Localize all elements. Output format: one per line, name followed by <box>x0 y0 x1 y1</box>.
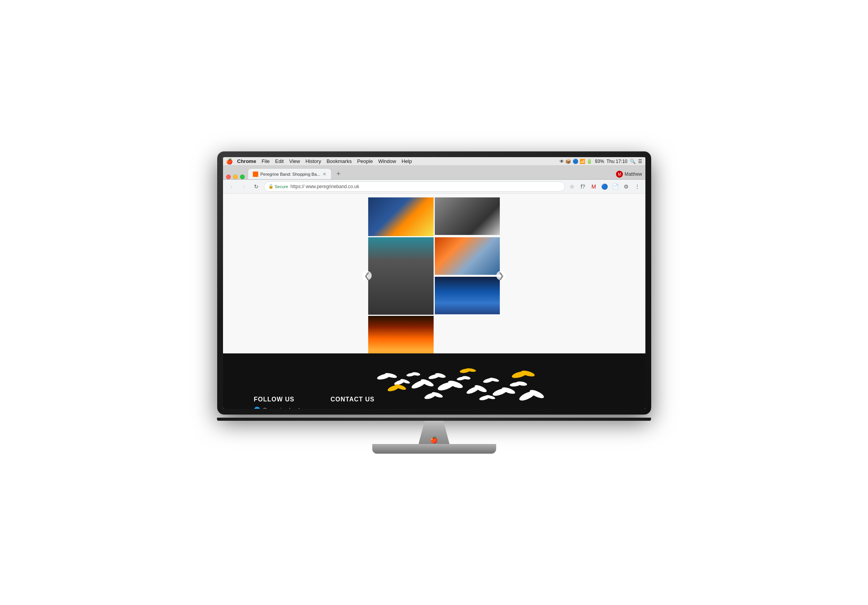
twitter-handle: @peregrine_band <box>262 407 300 409</box>
photo-stage-orange <box>368 316 434 353</box>
menu-view[interactable]: View <box>289 158 300 164</box>
toolbar-icon-4[interactable]: 📄 <box>611 182 620 191</box>
menu-bookmarks[interactable]: Bookmarks <box>326 158 352 164</box>
twitter-link[interactable]: T @peregrine_band <box>254 407 300 409</box>
menubar-icons: 👁 📦 🔵 📶 🔋 <box>559 159 592 164</box>
apple-menu-icon[interactable]: 🍎 <box>226 158 233 165</box>
photo-grid-section: ❮ <box>223 194 645 353</box>
website-footer: FOLLOW US T @peregrine_band 📷 @peregrine… <box>223 353 645 409</box>
user-name: Matthew <box>624 171 642 177</box>
photo-bw-shoot <box>435 197 500 235</box>
contact-heading: CONTACT US <box>331 396 386 403</box>
footer-contact-column: CONTACT US peregrineband@gmail.com 01481… <box>331 396 386 409</box>
back-button[interactable]: ‹ <box>227 182 236 191</box>
contact-info: peregrineband@gmail.com 01481 000000 <box>331 407 386 409</box>
minimize-button[interactable] <box>233 175 238 179</box>
monitor-screen: 🍎 Chrome File Edit View History Bookmark… <box>223 157 645 409</box>
new-tab-button[interactable]: + <box>333 168 344 179</box>
contact-email: peregrineband@gmail.com <box>331 407 386 409</box>
website-content: ❮ <box>223 194 645 409</box>
menubar-menu-icon[interactable]: ☰ <box>638 159 642 164</box>
url-text: https:// www.peregrineband.co.uk <box>290 184 359 189</box>
toolbar-icon-3[interactable]: 🔵 <box>600 182 609 191</box>
more-options-button[interactable]: ⋮ <box>633 182 642 191</box>
carousel-wrapper: ❮ <box>368 197 500 353</box>
menu-items: Chrome File Edit View History Bookmarks … <box>237 158 560 164</box>
photo-two-guys <box>368 237 434 315</box>
monitor-bezel: 🍎 Chrome File Edit View History Bookmark… <box>217 151 651 415</box>
footer-content: FOLLOW US T @peregrine_band 📷 @peregrine… <box>223 388 645 409</box>
tab-close-button[interactable]: ✕ <box>322 171 326 177</box>
bookmark-star-icon[interactable]: ☆ <box>568 182 576 191</box>
tab-favicon <box>253 171 258 177</box>
carousel-left-arrow[interactable]: ❮ <box>362 271 372 280</box>
footer-follow-column: FOLLOW US T @peregrine_band 📷 @peregrine… <box>254 396 300 409</box>
monitor-stand: 🍎 <box>217 418 651 454</box>
photo-concert-main <box>368 197 434 236</box>
twitter-icon: T <box>254 407 260 409</box>
apple-stand-logo: 🍎 <box>430 436 438 444</box>
menu-history[interactable]: History <box>305 158 321 164</box>
menu-chrome[interactable]: Chrome <box>237 158 256 164</box>
menu-help[interactable]: Help <box>401 158 412 164</box>
address-box[interactable]: 🔒 Secure https:// www.peregrineband.co.u… <box>264 182 565 192</box>
menu-file[interactable]: File <box>262 158 270 164</box>
monitor-bottom-edge <box>217 418 651 421</box>
maximize-button[interactable] <box>240 175 245 179</box>
menubar-search-icon[interactable]: 🔍 <box>630 159 636 164</box>
refresh-button[interactable]: ↻ <box>252 182 261 191</box>
forward-button[interactable]: › <box>239 182 249 191</box>
secure-badge: 🔒 Secure <box>268 184 288 189</box>
chrome-tabbar: Peregrine Band: Shopping Ba... ✕ + M Mat… <box>223 166 645 180</box>
user-profile[interactable]: M Matthew <box>616 171 642 178</box>
user-avatar: M <box>616 171 623 178</box>
menubar-battery: 93% <box>595 159 604 164</box>
toolbar-icon-1[interactable]: f? <box>579 182 587 191</box>
active-tab[interactable]: Peregrine Band: Shopping Ba... ✕ <box>248 168 332 179</box>
addressbar-right: ☆ f? M 🔵 📄 ⚙ ⋮ <box>568 182 642 191</box>
toolbar-icon-5[interactable]: ⚙ <box>622 182 631 191</box>
chrome-addressbar: ‹ › ↻ 🔒 Secure https:// www.peregrineban… <box>223 180 645 194</box>
toolbar-icon-2[interactable]: M <box>590 182 598 191</box>
mac-menubar: 🍎 Chrome File Edit View History Bookmark… <box>223 157 645 166</box>
menu-people[interactable]: People <box>357 158 372 164</box>
menubar-time: Thu 17:10 <box>606 159 627 164</box>
close-button[interactable] <box>226 175 231 179</box>
traffic-lights <box>226 175 245 179</box>
stand-base: 🍎 <box>372 444 496 454</box>
menu-edit[interactable]: Edit <box>275 158 284 164</box>
carousel-right-arrow[interactable]: ❯ <box>496 271 506 280</box>
menu-window[interactable]: Window <box>378 158 396 164</box>
photo-band-color <box>435 237 500 275</box>
menubar-right: 👁 📦 🔵 📶 🔋 93% Thu 17:10 🔍 ☰ <box>559 159 642 164</box>
photo-stage-blue <box>435 277 500 314</box>
photo-grid <box>368 197 500 353</box>
tab-title: Peregrine Band: Shopping Ba... <box>261 172 321 177</box>
follow-heading: FOLLOW US <box>254 396 300 403</box>
monitor: 🍎 Chrome File Edit View History Bookmark… <box>217 151 651 454</box>
tabbar-right: M Matthew <box>344 171 642 179</box>
